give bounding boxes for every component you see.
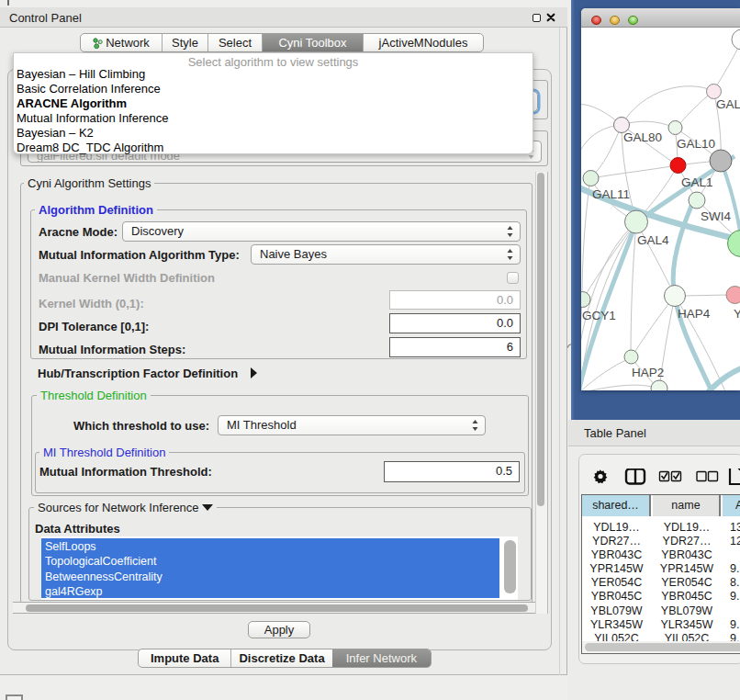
svg-text:GAL80: GAL80: [623, 130, 662, 144]
svg-text:SWI4: SWI4: [701, 209, 731, 223]
svg-text:GAL11: GAL11: [592, 187, 630, 201]
svg-text:HAP2: HAP2: [632, 366, 664, 379]
svg-text:HAP4: HAP4: [678, 307, 711, 321]
svg-text:YB: YB: [734, 307, 740, 321]
svg-text:GCY1: GCY1: [582, 309, 616, 322]
svg-text:GAL4: GAL4: [637, 233, 669, 247]
svg-text:GAL2: GAL2: [716, 97, 740, 111]
svg-text:GAL1: GAL1: [681, 175, 713, 189]
svg-text:GAL10: GAL10: [677, 137, 715, 151]
